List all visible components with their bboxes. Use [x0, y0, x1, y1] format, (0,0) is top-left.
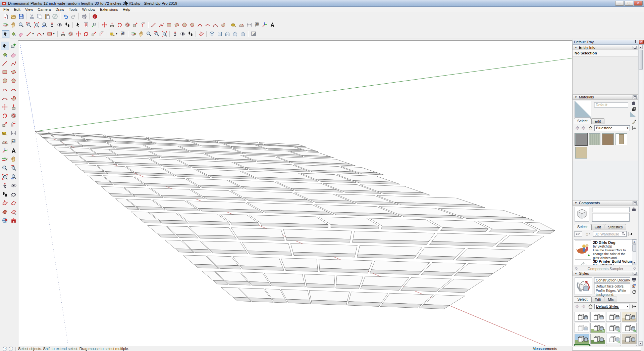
protractor-button[interactable] — [237, 21, 245, 29]
materials-collection-combo[interactable]: Bluestone▼ — [594, 125, 630, 131]
forward-arrow-icon[interactable] — [581, 304, 587, 309]
plank[interactable] — [438, 208, 534, 220]
push-pull-tool-button[interactable] — [9, 103, 18, 111]
look-around-tool-button[interactable] — [9, 181, 18, 190]
redo-button[interactable] — [69, 12, 77, 20]
plank[interactable] — [231, 228, 284, 240]
materials-undock-button[interactable] — [633, 95, 637, 99]
scale-tool-button[interactable] — [1, 120, 9, 129]
styles-header[interactable]: ▼ Styles — [573, 271, 638, 276]
tray-close-button[interactable]: ✕ — [639, 40, 644, 44]
plank[interactable] — [247, 203, 334, 215]
erase-button[interactable] — [51, 12, 59, 20]
plank[interactable] — [76, 141, 115, 148]
text-button[interactable]: A1 — [253, 21, 261, 29]
plank[interactable] — [229, 180, 293, 191]
material-swatch-beige-stone[interactable] — [575, 147, 587, 159]
orbit-button[interactable] — [2, 21, 9, 29]
plank[interactable] — [281, 258, 318, 271]
right-button[interactable] — [231, 30, 239, 38]
print-button[interactable] — [80, 12, 88, 20]
plank[interactable] — [290, 244, 357, 257]
component-desc-field[interactable] — [592, 213, 630, 222]
top-button[interactable] — [216, 30, 223, 38]
scale-button[interactable] — [90, 30, 98, 38]
plank[interactable] — [109, 149, 160, 158]
arc-tool-button[interactable] — [1, 85, 9, 94]
zoom-button[interactable] — [145, 30, 153, 38]
back-material-swatch[interactable] — [630, 112, 636, 117]
menu-window[interactable]: Window — [80, 7, 98, 12]
plank[interactable] — [264, 273, 306, 287]
push-pull-button[interactable] — [108, 21, 116, 29]
plank[interactable] — [135, 177, 200, 187]
copy-button[interactable] — [36, 12, 43, 20]
components-header[interactable]: ▼ Components — [573, 200, 638, 206]
style-thumbnail[interactable] — [575, 312, 589, 322]
tray-titlebar[interactable]: Default Tray ✕ — [573, 40, 644, 45]
zoom-window-button[interactable] — [25, 21, 33, 29]
dropdown-arrow-icon[interactable]: ▼ — [32, 33, 34, 35]
material-swatch-brown-stone[interactable] — [602, 133, 614, 145]
plank[interactable] — [107, 157, 161, 166]
dimension-button[interactable] — [245, 21, 253, 29]
style-thumbnail[interactable] — [606, 323, 621, 333]
rectangle-tool-button[interactable] — [1, 68, 9, 76]
walk-button[interactable] — [186, 30, 194, 38]
axes-button[interactable] — [261, 21, 268, 29]
polygon-tool-button[interactable] — [9, 77, 18, 85]
tab-statistics[interactable]: Statistics — [605, 224, 626, 230]
dimension-tool-button[interactable] — [9, 129, 18, 137]
rotate-tool-button[interactable] — [1, 112, 9, 120]
home-icon[interactable] — [588, 304, 593, 309]
scale-button[interactable] — [131, 21, 139, 29]
component-preview[interactable] — [575, 207, 589, 222]
pie-tool-button[interactable] — [9, 94, 18, 102]
forward-arrow-icon[interactable] — [581, 126, 587, 131]
plank[interactable] — [283, 229, 352, 242]
follow-me-tool-button[interactable] — [9, 112, 18, 120]
extension-warehouse-tool-button[interactable] — [9, 216, 18, 225]
iso-button[interactable] — [208, 30, 216, 38]
plank[interactable] — [144, 144, 189, 151]
offset-tool-button[interactable] — [9, 120, 18, 129]
view-options-icon[interactable] — [574, 231, 582, 237]
scroll-up-icon[interactable]: ▲ — [632, 239, 636, 244]
section-fill-tool-button[interactable] — [1, 208, 9, 216]
menu-file[interactable]: File — [1, 7, 12, 12]
look-around-button[interactable] — [179, 30, 186, 38]
paste-button[interactable] — [43, 12, 51, 20]
measurements-input[interactable] — [572, 347, 641, 351]
zoom-extents-button[interactable] — [33, 21, 40, 29]
menu-camera[interactable]: Camera — [35, 7, 53, 12]
menu-view[interactable]: View — [23, 7, 36, 12]
line-button[interactable] — [150, 21, 157, 29]
menu-help[interactable]: Help — [120, 7, 133, 12]
zoom-extents-tool-button[interactable] — [1, 173, 9, 181]
line-tool-button[interactable] — [1, 59, 9, 68]
plank[interactable] — [197, 169, 257, 179]
offset-button[interactable] — [98, 30, 105, 38]
save-button[interactable] — [17, 12, 25, 20]
plank[interactable] — [309, 291, 350, 305]
home-icon[interactable] — [588, 126, 593, 131]
zoom-window-button[interactable] — [153, 30, 160, 38]
style-thumbnail[interactable] — [622, 334, 637, 344]
menu-draw[interactable]: Draw — [53, 7, 66, 12]
undo-button[interactable] — [62, 12, 69, 20]
text-button[interactable]: A1 — [119, 30, 126, 38]
pan-button[interactable] — [9, 21, 17, 29]
pan-tool-button[interactable] — [9, 155, 18, 164]
protractor-tool-button[interactable] — [1, 138, 9, 146]
plank[interactable] — [455, 249, 525, 262]
turn-around-tool-button[interactable] — [9, 190, 18, 199]
open-button[interactable] — [9, 12, 17, 20]
details-arrow-icon[interactable] — [631, 126, 637, 131]
pager-next-icon[interactable] — [633, 266, 637, 271]
plank[interactable] — [178, 160, 248, 170]
orbit-button[interactable] — [129, 30, 137, 38]
plank[interactable] — [242, 242, 292, 256]
move-tool-button[interactable] — [1, 103, 9, 111]
menu-extensions[interactable]: Extensions — [98, 7, 120, 12]
text-tool-button[interactable]: A1 — [9, 138, 18, 146]
